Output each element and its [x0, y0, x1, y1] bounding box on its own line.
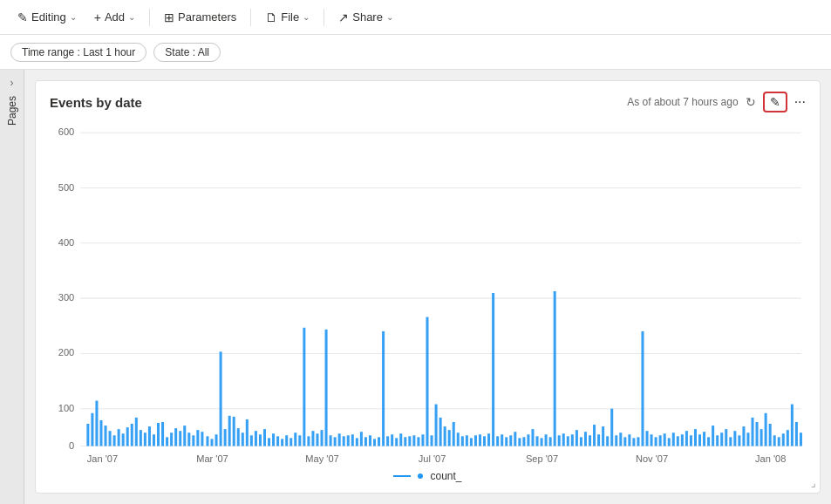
svg-rect-102: [444, 426, 446, 446]
svg-rect-160: [698, 434, 701, 446]
svg-rect-136: [593, 425, 596, 446]
svg-rect-115: [501, 434, 503, 446]
state-filter[interactable]: State : All: [153, 43, 221, 62]
svg-rect-83: [360, 432, 363, 446]
svg-rect-97: [421, 434, 424, 446]
svg-rect-152: [664, 433, 666, 446]
svg-rect-70: [303, 328, 305, 446]
resize-handle[interactable]: ⌟: [811, 477, 816, 489]
svg-rect-100: [435, 405, 438, 446]
svg-rect-39: [166, 437, 168, 446]
pages-label[interactable]: Pages: [6, 96, 18, 126]
svg-rect-123: [536, 436, 539, 446]
svg-text:500: 500: [58, 182, 74, 193]
svg-rect-76: [330, 435, 332, 446]
svg-rect-87: [378, 437, 380, 446]
share-button[interactable]: ↗ Share ⌄: [331, 7, 400, 28]
editing-button[interactable]: ✎ Editing ⌄: [10, 7, 84, 28]
svg-rect-94: [408, 436, 411, 446]
file-button[interactable]: 🗋 File ⌄: [258, 7, 317, 28]
svg-text:600: 600: [58, 126, 74, 137]
file-icon: 🗋: [265, 10, 277, 24]
svg-rect-129: [562, 433, 565, 446]
chart-panel: Events by date As of about 7 hours ago ↻…: [35, 80, 821, 494]
filter-bar: Time range : Last 1 hour State : All: [0, 35, 831, 70]
pages-sidebar: › Pages: [0, 70, 24, 504]
svg-rect-141: [615, 435, 617, 446]
svg-rect-156: [681, 434, 684, 446]
separator-1: [149, 9, 150, 26]
svg-text:Jan '07: Jan '07: [87, 453, 118, 464]
svg-rect-29: [122, 433, 125, 446]
edit-visualization-button[interactable]: ✎: [763, 92, 787, 112]
svg-rect-77: [334, 437, 337, 446]
chart-timestamp: As of about 7 hours ago: [627, 96, 738, 108]
svg-rect-79: [343, 436, 345, 446]
svg-rect-66: [285, 435, 288, 446]
svg-rect-109: [474, 435, 477, 446]
svg-rect-173: [756, 422, 759, 446]
svg-rect-92: [399, 433, 402, 446]
add-icon: +: [94, 10, 101, 24]
more-options-button[interactable]: ···: [794, 94, 806, 110]
svg-rect-30: [126, 427, 129, 446]
chart-header: Events by date As of about 7 hours ago ↻…: [50, 92, 806, 112]
svg-rect-117: [509, 435, 512, 446]
toolbar: ✎ Editing ⌄ + Add ⌄ ⊞ Parameters 🗋 File …: [0, 0, 831, 35]
svg-rect-35: [148, 426, 151, 446]
svg-rect-44: [187, 432, 190, 446]
svg-rect-82: [356, 438, 358, 446]
svg-rect-175: [765, 413, 767, 446]
sidebar-collapse-button[interactable]: ›: [10, 77, 14, 89]
svg-rect-96: [417, 437, 419, 446]
separator-3: [324, 9, 324, 26]
time-range-filter[interactable]: Time range : Last 1 hour: [10, 43, 146, 62]
svg-rect-183: [800, 432, 802, 446]
svg-text:Mar '07: Mar '07: [196, 453, 228, 464]
svg-rect-166: [725, 429, 727, 446]
share-chevron-icon: ⌄: [386, 12, 393, 22]
svg-rect-128: [558, 435, 561, 446]
svg-rect-144: [628, 434, 630, 446]
svg-rect-155: [677, 436, 679, 446]
svg-rect-162: [707, 437, 710, 446]
svg-rect-112: [487, 433, 490, 446]
svg-rect-111: [483, 436, 486, 446]
svg-rect-107: [466, 435, 468, 446]
svg-rect-80: [347, 435, 350, 446]
svg-rect-139: [606, 436, 609, 446]
chart-legend: count_: [50, 470, 806, 482]
parameters-button[interactable]: ⊞ Parameters: [157, 7, 243, 28]
svg-rect-99: [431, 435, 433, 446]
svg-rect-116: [505, 437, 507, 446]
add-button[interactable]: + Add ⌄: [87, 7, 142, 28]
svg-rect-154: [672, 432, 675, 446]
svg-rect-125: [545, 434, 548, 446]
svg-rect-68: [294, 432, 296, 446]
svg-rect-32: [135, 418, 138, 446]
svg-rect-86: [373, 439, 376, 446]
svg-text:200: 200: [58, 347, 74, 358]
svg-rect-124: [541, 438, 543, 446]
svg-rect-127: [554, 291, 556, 446]
svg-rect-165: [720, 432, 723, 446]
svg-rect-105: [457, 432, 460, 446]
chart-meta: As of about 7 hours ago ↻ ✎ ···: [627, 92, 806, 112]
svg-text:Sep '07: Sep '07: [526, 453, 558, 464]
svg-rect-163: [712, 426, 714, 446]
svg-rect-142: [619, 432, 622, 446]
svg-rect-37: [157, 423, 160, 446]
edit-icon: ✎: [17, 10, 28, 24]
svg-text:Jul '07: Jul '07: [419, 453, 446, 464]
svg-rect-153: [668, 438, 671, 446]
refresh-button[interactable]: ↻: [746, 95, 756, 109]
svg-text:May '07: May '07: [305, 453, 338, 464]
svg-rect-38: [161, 422, 164, 446]
file-label: File: [281, 10, 299, 24]
svg-text:Nov '07: Nov '07: [636, 453, 668, 464]
chart-area: 600 500 400 300 200 100 0 Jan '07 Mar '0…: [50, 119, 806, 467]
svg-rect-72: [311, 431, 314, 446]
svg-rect-91: [395, 438, 398, 446]
svg-rect-119: [518, 438, 521, 446]
svg-rect-158: [690, 435, 692, 446]
